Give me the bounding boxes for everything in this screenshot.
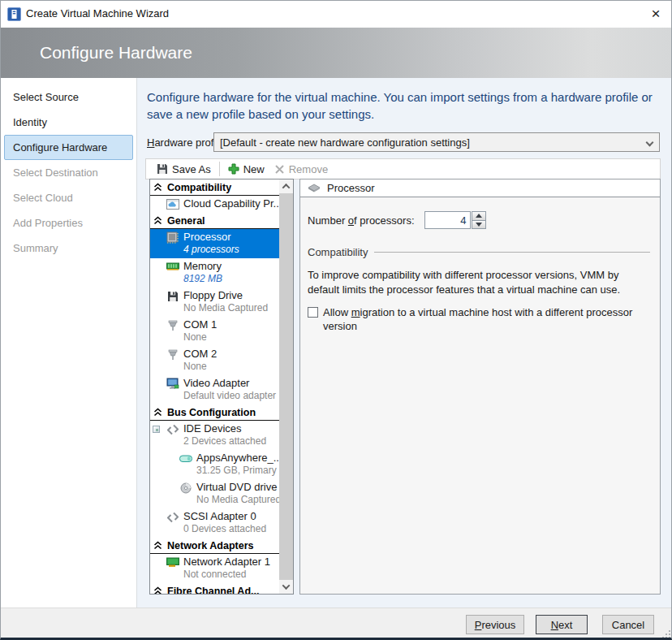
detail-panel-header: Processor <box>300 179 660 197</box>
save-icon <box>157 163 168 175</box>
number-of-processors-label: Number of processors: <box>308 214 415 227</box>
resize-grip[interactable] <box>661 629 670 638</box>
detail-header-title: Processor <box>327 182 375 194</box>
close-icon[interactable]: × <box>644 2 668 25</box>
allow-migration-checkbox[interactable] <box>308 307 318 318</box>
memory-icon <box>166 261 179 273</box>
tree-section-fibre-channel[interactable]: Fibre Channel Ad... <box>150 583 280 594</box>
cancel-button[interactable]: Cancel <box>602 615 654 634</box>
tree-expander-icon[interactable] <box>153 426 160 433</box>
main-content: Configure hardware for the virtual machi… <box>137 78 672 608</box>
tree-item-cloud-capability[interactable]: Cloud Capability Pr... <box>150 196 280 213</box>
hardware-profile-value: [Default - create new hardware configura… <box>220 136 470 149</box>
tree-section-general[interactable]: General <box>150 213 280 229</box>
tree-item-floppy-drive[interactable]: Floppy Drive No Media Captured <box>150 288 280 317</box>
create-vm-wizard-window: Create Virtual Machine Wizard × Configur… <box>0 0 672 640</box>
compatibility-description: To improve compatibility with different … <box>308 268 650 297</box>
compatibility-group: Compatibility <box>308 246 650 258</box>
tree-item-memory[interactable]: Memory 8192 MB <box>150 258 280 288</box>
collapse-double-chevron-icon <box>153 408 162 417</box>
remove-button[interactable]: Remove <box>269 160 333 178</box>
scrollbar-thumb[interactable] <box>279 193 293 580</box>
cloud-capability-icon <box>166 198 179 210</box>
hardware-profile-dropdown[interactable]: [Default - create new hardware configura… <box>213 132 660 152</box>
tree-item-com1[interactable]: COM 1 None <box>150 317 280 346</box>
collapse-double-chevron-icon <box>153 216 162 225</box>
processor-detail-panel: Processor Number of processors: Compatib… <box>299 179 661 595</box>
sidebar-item-select-source[interactable]: Select Source <box>4 84 133 110</box>
wizard-steps-sidebar: Select Source Identity Configure Hardwar… <box>1 78 137 608</box>
stepper-up-icon[interactable] <box>472 211 486 221</box>
app-icon <box>7 7 21 21</box>
hard-disk-icon <box>179 452 192 465</box>
collapse-double-chevron-icon <box>153 586 162 594</box>
profile-toolbar: Save As New Remove <box>145 158 661 179</box>
scsi-adapter-icon <box>166 511 179 523</box>
com-port-icon <box>166 319 179 331</box>
compatibility-group-label: Compatibility <box>308 246 368 258</box>
scroll-down-icon[interactable] <box>279 580 293 594</box>
processor-count-stepper <box>472 211 486 229</box>
new-button[interactable]: New <box>223 160 269 178</box>
tree-section-compatibility[interactable]: Compatibility <box>150 179 280 196</box>
tree-scrollbar[interactable] <box>279 179 293 594</box>
allow-migration-label: Allow migration to a virtual machine hos… <box>323 305 657 333</box>
processor-icon <box>166 231 179 244</box>
collapse-double-chevron-icon <box>153 183 162 192</box>
tree-item-virtual-dvd-drive[interactable]: Virtual DVD drive No Media Captured <box>150 479 280 508</box>
tree-item-ide-devices[interactable]: IDE Devices 2 Devices attached <box>150 421 280 450</box>
remove-x-icon <box>274 164 285 175</box>
toolbar-separator <box>219 162 220 176</box>
tree-section-bus-configuration[interactable]: Bus Configuration <box>150 404 280 421</box>
processor-count-input[interactable] <box>424 211 471 229</box>
plus-icon <box>228 163 239 175</box>
window-title: Create Virtual Machine Wizard <box>26 7 169 19</box>
collapse-double-chevron-icon <box>153 541 162 550</box>
page-title: Configure Hardware <box>40 28 192 78</box>
sidebar-item-summary[interactable]: Summary <box>4 236 133 261</box>
group-divider <box>374 252 650 253</box>
wizard-footer: Previous Next Cancel <box>1 608 672 640</box>
network-adapter-icon <box>166 556 179 569</box>
previous-button[interactable]: Previous <box>466 615 524 634</box>
sidebar-item-select-destination[interactable]: Select Destination <box>4 160 133 185</box>
tree-item-video-adapter[interactable]: Video Adapter Default video adapter <box>150 375 280 404</box>
dvd-drive-icon <box>179 482 192 494</box>
hardware-tree: Compatibility Cloud Capability Pr... <box>150 179 280 594</box>
chevron-down-icon <box>646 139 654 147</box>
title-bar: Create Virtual Machine Wizard × <box>1 1 672 28</box>
tree-item-processor[interactable]: Processor 4 processors <box>150 229 280 258</box>
tree-item-scsi-adapter[interactable]: SCSI Adapter 0 0 Devices attached <box>150 508 280 538</box>
intro-text: Configure hardware for the virtual machi… <box>147 89 663 123</box>
video-adapter-icon <box>166 378 179 390</box>
sidebar-item-configure-hardware[interactable]: Configure Hardware <box>4 135 133 160</box>
scroll-up-icon[interactable] <box>279 179 293 193</box>
next-button[interactable]: Next <box>536 615 588 634</box>
number-of-processors-row: Number of processors: <box>308 211 660 229</box>
sidebar-item-add-properties[interactable]: Add Properties <box>4 210 133 236</box>
stepper-down-icon[interactable] <box>472 221 486 230</box>
ide-devices-icon <box>166 423 179 435</box>
wizard-page-header: Configure Hardware <box>1 28 672 78</box>
save-as-button[interactable]: Save As <box>152 160 216 178</box>
hardware-tree-panel: Compatibility Cloud Capability Pr... <box>149 179 294 595</box>
tree-section-network-adapters[interactable]: Network Adapters <box>150 538 280 554</box>
floppy-drive-icon <box>166 290 179 302</box>
sidebar-item-select-cloud[interactable]: Select Cloud <box>4 185 133 210</box>
processor-chip-icon <box>307 184 321 192</box>
allow-migration-checkbox-row[interactable]: Allow migration to a virtual machine hos… <box>308 305 657 333</box>
tree-item-network-adapter-1[interactable]: Network Adapter 1 Not connected <box>150 554 280 583</box>
sidebar-item-identity[interactable]: Identity <box>4 110 133 135</box>
com-port-icon <box>166 348 179 361</box>
tree-item-com2[interactable]: COM 2 None <box>150 346 280 375</box>
tree-item-hard-disk[interactable]: AppsAnywhere_... 31.25 GB, Primary <box>150 450 280 479</box>
